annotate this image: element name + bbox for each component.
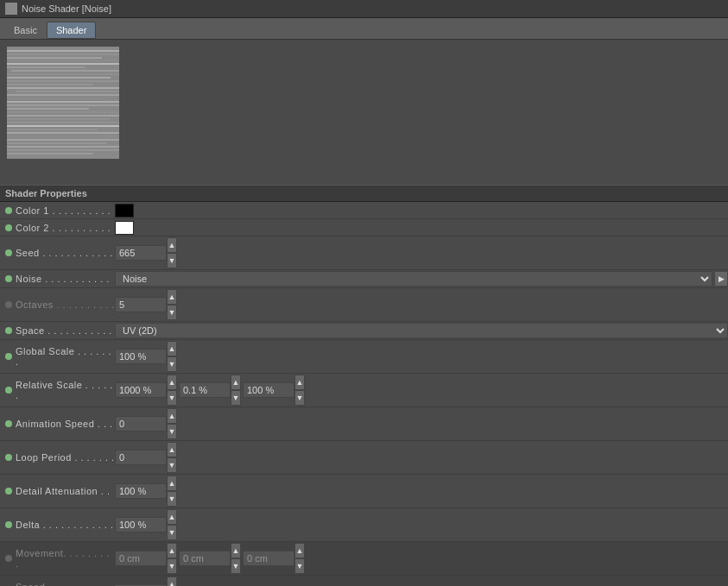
prop-row-movement: Movement. . . . . . . . . ▲ ▼ ▲ ▼	[0, 542, 728, 576]
label-movement: Movement. . . . . . . . .	[16, 548, 115, 569]
rs3-stepper: ▲ ▼	[243, 375, 305, 406]
label-seed: Seed . . . . . . . . . . . .	[16, 248, 115, 258]
seed-down[interactable]: ▼	[167, 253, 177, 268]
space-dropdown[interactable]: UV (2D)	[115, 323, 728, 338]
rs1-down[interactable]: ▼	[167, 390, 177, 406]
label-delta: Delta . . . . . . . . . . . .	[16, 520, 115, 530]
anim-speed-up[interactable]: ▲	[167, 408, 177, 424]
mov3-input[interactable]	[243, 551, 294, 566]
tab-basic[interactable]: Basic	[4, 22, 47, 39]
title-bar: Noise Shader [Noise]	[0, 0, 728, 18]
seed-stepper: ▲ ▼	[115, 237, 177, 268]
color2-swatch[interactable]	[115, 221, 134, 235]
movement-multi: ▲ ▼ ▲ ▼ ▲ ▼	[115, 543, 305, 574]
octaves-stepper: ▲ ▼	[115, 289, 177, 320]
indicator-anim-speed	[5, 420, 12, 427]
mov2-up[interactable]: ▲	[231, 543, 241, 558]
rs1-stepper: ▲ ▼	[115, 375, 177, 406]
mov2-down[interactable]: ▼	[231, 558, 241, 574]
value-delta: ▲ ▼	[115, 509, 728, 540]
tab-bar: Basic Shader	[0, 18, 728, 40]
prop-row-relative-scale: Relative Scale . . . . . . ▲ ▼ ▲ ▼	[0, 374, 728, 407]
label-detail-atten: Detail Attenuation . .	[16, 486, 115, 496]
label-relative-scale: Relative Scale . . . . . .	[16, 380, 115, 400]
delta-down[interactable]: ▼	[167, 525, 177, 540]
rs3-input[interactable]	[243, 382, 294, 398]
properties-panel: Color 1 . . . . . . . . . . Color 2 . . …	[0, 202, 728, 586]
rs1-up[interactable]: ▲	[167, 375, 177, 390]
global-scale-up[interactable]: ▲	[167, 341, 177, 356]
value-movement: ▲ ▼ ▲ ▼ ▲ ▼	[115, 543, 728, 574]
value-color2	[115, 221, 728, 235]
octaves-down[interactable]: ▼	[167, 305, 177, 320]
octaves-up[interactable]: ▲	[167, 289, 177, 305]
section-header: Shader Properties	[0, 185, 728, 202]
rs2-down[interactable]: ▼	[231, 390, 241, 406]
indicator-detail-atten	[5, 488, 12, 495]
value-octaves: ▲ ▼	[115, 289, 728, 320]
label-octaves: Octaves . . . . . . . . . .	[16, 299, 115, 310]
indicator-movement	[5, 555, 12, 562]
indicator-delta	[5, 521, 12, 528]
loop-period-input[interactable]	[115, 450, 167, 465]
prop-row-global-scale: Global Scale . . . . . . . ▲ ▼	[0, 340, 728, 374]
mov2-stepper: ▲ ▼	[179, 543, 241, 574]
value-noise: Noise ▶	[115, 271, 728, 287]
indicator-space	[5, 327, 12, 334]
seed-input[interactable]	[115, 245, 167, 261]
label-color2: Color 2 . . . . . . . . . .	[16, 223, 115, 233]
window-title: Noise Shader [Noise]	[22, 3, 111, 14]
loop-period-down[interactable]: ▼	[167, 457, 177, 473]
mov3-up[interactable]: ▲	[294, 543, 305, 558]
value-seed: ▲ ▼	[115, 237, 728, 268]
indicator-global-scale	[5, 353, 12, 360]
anim-speed-input[interactable]	[115, 416, 167, 432]
indicator-loop-period	[5, 454, 12, 461]
rs3-down[interactable]: ▼	[294, 390, 305, 406]
tab-shader[interactable]: Shader	[47, 22, 96, 39]
value-loop-period: ▲ ▼	[115, 442, 728, 473]
mov1-down[interactable]: ▼	[167, 558, 177, 574]
delta-input[interactable]	[115, 517, 167, 532]
loop-period-stepper: ▲ ▼	[115, 442, 177, 473]
detail-atten-down[interactable]: ▼	[167, 491, 177, 507]
prop-row-noise: Noise . . . . . . . . . . . Noise ▶	[0, 270, 728, 288]
mov1-input[interactable]	[115, 551, 167, 566]
space-dropdown-row: UV (2D)	[115, 323, 728, 338]
label-loop-period: Loop Period . . . . . . .	[16, 452, 115, 463]
global-scale-input[interactable]	[115, 349, 167, 364]
delta-up[interactable]: ▲	[167, 509, 177, 525]
mov1-stepper: ▲ ▼	[115, 543, 177, 574]
detail-atten-input[interactable]	[115, 483, 167, 499]
noise-extra-btn[interactable]: ▶	[714, 271, 728, 287]
detail-atten-stepper: ▲ ▼	[115, 476, 177, 507]
indicator-seed	[5, 249, 12, 256]
rs1-input[interactable]	[115, 382, 167, 398]
mov3-stepper: ▲ ▼	[243, 543, 305, 574]
rs2-input[interactable]	[179, 382, 231, 398]
noise-dropdown[interactable]: Noise	[115, 271, 712, 287]
octaves-input[interactable]	[115, 297, 167, 312]
prop-row-delta: Delta . . . . . . . . . . . . ▲ ▼	[0, 508, 728, 542]
mov2-input[interactable]	[179, 551, 231, 566]
mov1-up[interactable]: ▲	[167, 543, 177, 558]
color1-swatch[interactable]	[115, 204, 134, 217]
value-color1	[115, 204, 728, 217]
preview-area	[0, 40, 728, 185]
indicator-color1	[5, 207, 12, 214]
anim-speed-down[interactable]: ▼	[167, 424, 177, 439]
speed-up[interactable]: ▲	[167, 577, 177, 586]
rs3-up[interactable]: ▲	[294, 375, 305, 390]
seed-up[interactable]: ▲	[167, 237, 177, 253]
value-detail-atten: ▲ ▼	[115, 476, 728, 507]
prop-row-color2: Color 2 . . . . . . . . . .	[0, 219, 728, 236]
delta-stepper: ▲ ▼	[115, 509, 177, 540]
detail-atten-up[interactable]: ▲	[167, 476, 177, 491]
mov3-down[interactable]: ▼	[294, 558, 305, 574]
rs2-up[interactable]: ▲	[231, 375, 241, 390]
global-scale-stepper: ▲ ▼	[115, 341, 177, 372]
loop-period-up[interactable]: ▲	[167, 442, 177, 457]
app-icon	[5, 3, 17, 15]
label-anim-speed: Animation Speed . . .	[16, 419, 115, 429]
global-scale-down[interactable]: ▼	[167, 356, 177, 372]
